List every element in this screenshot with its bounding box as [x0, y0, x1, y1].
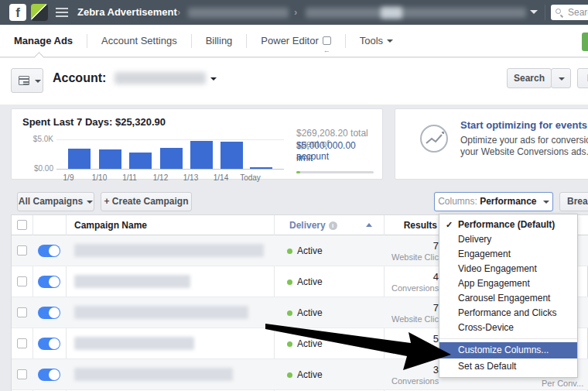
x-axis-tick: Today [234, 173, 266, 182]
result-value: 3 [337, 364, 439, 376]
campaign-name-redacted[interactable] [74, 244, 264, 257]
nav-tools[interactable]: Tools [346, 25, 407, 57]
row-checkbox[interactable] [17, 369, 27, 379]
campaign-name-redacted[interactable] [74, 368, 233, 381]
x-axis-tick: 1/11 [114, 173, 145, 182]
result-label: Conversions [391, 376, 439, 386]
campaign-toggle[interactable] [38, 307, 60, 319]
breadcrumb-redacted-2[interactable] [306, 8, 526, 18]
account-name-redacted[interactable] [115, 72, 206, 84]
facebook-logo-icon[interactable]: f [9, 4, 26, 21]
row-checkbox[interactable] [17, 338, 27, 348]
column-header-delivery[interactable]: Deliveryi [289, 220, 337, 231]
y-axis-tick-max: $5.0K [24, 135, 53, 143]
chevron-down-icon [387, 39, 393, 43]
breakdown-button[interactable]: Breakdown [559, 192, 588, 211]
row-checkbox[interactable] [17, 276, 27, 286]
nav-manage-ads[interactable]: Manage Ads [0, 25, 87, 57]
x-axis-tick: 1/10 [84, 173, 115, 182]
chart-bar [160, 148, 183, 169]
report-icon [19, 76, 29, 85]
result-value: 4 [337, 271, 439, 283]
columns-value: Performance [480, 196, 536, 207]
select-all-checkbox[interactable] [17, 220, 27, 230]
chart-bar [99, 149, 121, 169]
spend-summary-card: Spent Last 7 Days: $25,320.90 $5.0K $0.0… [11, 108, 383, 180]
menu-item-performance-and-clicks[interactable]: Performance and Clicks [439, 306, 577, 321]
chart-bar [220, 142, 243, 169]
column-header-campaign-name[interactable]: Campaign Name [74, 220, 147, 231]
account-limit-progress [296, 171, 374, 173]
campaign-toggle[interactable] [38, 369, 60, 381]
columns-menu: ✓ Performance (Default) Delivery Engagem… [439, 214, 578, 378]
create-ad-button-partial[interactable] [582, 33, 588, 51]
chevron-down-icon [543, 201, 549, 204]
nav-account-settings[interactable]: Account Settings [87, 25, 191, 57]
spend-title: Spent Last 7 Days: $25,320.90 [22, 116, 166, 128]
y-axis-tick-min: $0.00 [24, 164, 53, 173]
row-checkbox[interactable] [17, 307, 27, 317]
business-name[interactable]: Zebra Advertisement [77, 0, 177, 25]
nav-power-editor[interactable]: Power Editor [247, 25, 344, 57]
create-campaign-button[interactable]: + Create Campaign [101, 192, 192, 211]
result-value: 7 [337, 302, 439, 314]
top-navigation-bar: f Zebra Advertisement › › Search [0, 0, 588, 25]
campaign-toggle[interactable] [38, 245, 60, 257]
account-dropdown-caret-icon[interactable] [210, 77, 217, 81]
chart-bar [250, 167, 272, 169]
menu-item-delivery[interactable]: Delivery [439, 232, 577, 247]
menu-item-video-engagement[interactable]: Video Engagement [439, 262, 577, 276]
menu-item-engagement[interactable]: Engagement [439, 247, 577, 262]
x-axis-tick: 1/9 [53, 173, 84, 182]
account-limit-link-2[interactable]: limit [296, 153, 313, 163]
delivery-status: Active [297, 369, 323, 380]
menu-item-app-engagement[interactable]: App Engagement [439, 276, 577, 291]
campaign-toggle[interactable] [38, 276, 60, 288]
menu-item-set-as-default[interactable]: Set as Default [439, 358, 577, 375]
menu-item-customize-columns[interactable]: Customize Columns... [439, 342, 577, 358]
campaign-name-redacted[interactable] [74, 275, 190, 288]
chart-bar [129, 153, 152, 169]
x-axis-tick: 1/14 [205, 173, 237, 182]
campaign-name-redacted[interactable] [74, 306, 248, 319]
account-label: Account: [53, 71, 106, 85]
ads-manager-app-icon[interactable] [31, 4, 48, 21]
optimization-tip-card: Start optimizing for events o Optimize y… [395, 108, 588, 180]
hamburger-menu-icon[interactable] [56, 8, 68, 17]
search-options-button[interactable] [551, 68, 571, 88]
nav-billing[interactable]: Billing [192, 25, 247, 57]
spend-bar-chart [56, 139, 284, 170]
active-status-icon [287, 341, 292, 347]
delivery-status: Active [297, 307, 323, 318]
account-dropdown-caret-icon[interactable] [530, 10, 538, 14]
columns-dropdown-button[interactable]: Columns: Performance [434, 192, 553, 211]
partial-column-text: Per Conv... [542, 379, 583, 388]
info-icon[interactable]: i [329, 221, 337, 230]
chevron-down-icon [35, 80, 41, 83]
column-header-results[interactable]: Results [344, 220, 437, 231]
x-axis-tick: 1/12 [145, 173, 176, 182]
campaign-toggle[interactable] [38, 338, 60, 350]
ads-manager-screen: f Zebra Advertisement › › Search Manage … [0, 0, 588, 391]
menu-divider [439, 338, 577, 339]
delivery-status: Active [297, 245, 323, 256]
result-value: 5 [337, 333, 439, 345]
optimize-title-link[interactable]: Start optimizing for events o [460, 119, 588, 131]
chevron-down-icon [87, 201, 93, 204]
campaign-name-redacted[interactable] [74, 337, 194, 350]
filters-button[interactable]: Filters [577, 68, 588, 88]
chart-bar [190, 141, 213, 169]
delivery-status: Active [297, 338, 323, 349]
active-status-icon [287, 280, 292, 285]
trend-chart-icon [420, 125, 448, 153]
breadcrumb-chevron-icon: › [294, 0, 297, 25]
row-checkbox[interactable] [17, 245, 27, 256]
breadcrumb-redacted-1[interactable] [188, 8, 289, 18]
checkmark-icon: ✓ [446, 218, 453, 232]
menu-item-carousel-engagement[interactable]: Carousel Engagement [439, 291, 577, 306]
menu-item-cross-device[interactable]: Cross-Device [439, 321, 577, 335]
secondary-nav: Manage Ads Account Settings Billing Powe… [0, 25, 588, 57]
menu-item-performance-default[interactable]: ✓ Performance (Default) [439, 218, 577, 232]
all-campaigns-dropdown[interactable]: All Campaigns [17, 192, 94, 211]
search-button[interactable]: Search [507, 68, 552, 88]
